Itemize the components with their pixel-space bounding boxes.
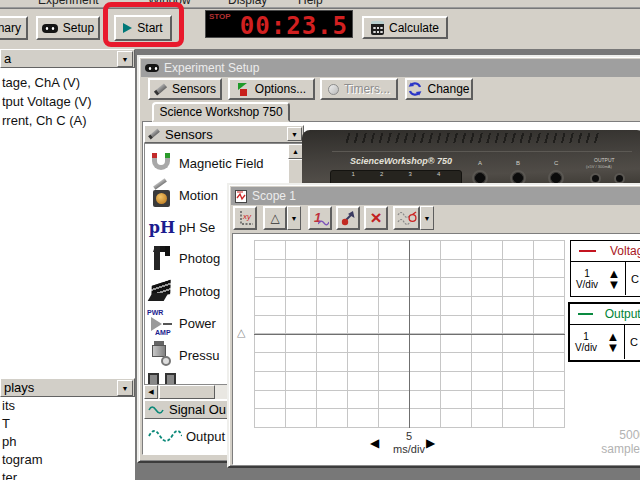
output-label: OUTPUT: [594, 157, 615, 163]
scope-window: Scope 1 xy △ ▼ 1: [227, 183, 640, 468]
channel-color-line: [579, 250, 596, 252]
scope-document-icon: [235, 190, 247, 203]
summary-panel: a ▼ tage, ChA (V) tput Voltage (V) rrent…: [0, 49, 135, 480]
refresh-arrows-icon: [408, 82, 422, 96]
channel-color-line: [578, 313, 593, 315]
scope-grid: [254, 240, 565, 428]
sensor-probe-icon: [148, 129, 160, 140]
interface-750-photo: ScienceWorkshop® 750 1 2 3 4 A B C OUTPU…: [302, 130, 640, 190]
step-down-icon[interactable]: ▼: [608, 279, 621, 290]
channel-source-partial: C: [630, 336, 638, 348]
channel-panel-output[interactable]: Output V 1V/div ▲▼ C: [568, 302, 640, 362]
samples-label: samples: [574, 442, 640, 456]
timer-display: STOP 00:23.5: [205, 10, 353, 38]
display-item-graph[interactable]: ph: [2, 434, 16, 449]
sensors-panel-header: Sensors ▼: [144, 125, 304, 143]
pressure-sensor-icon: [145, 341, 179, 369]
display-item-fft[interactable]: T: [2, 416, 10, 431]
scope-titlebar[interactable]: Scope 1: [231, 187, 640, 205]
sensor-icon: [145, 373, 179, 385]
device-brand-label: ScienceWorkshop® 750: [350, 156, 452, 166]
data-item-voltage-cha[interactable]: tage, ChA (V): [2, 75, 80, 90]
chevron-down-icon: ▼: [291, 215, 298, 222]
sampling-options-button[interactable]: [393, 206, 420, 230]
data-item-current-chc[interactable]: rrent, Ch C (A): [2, 113, 87, 128]
sensors-dropdown-button[interactable]: ▼: [287, 127, 302, 141]
port-c-label: C: [554, 160, 558, 166]
red-x-icon: ×: [370, 210, 381, 226]
trigger-dropdown-button[interactable]: ▼: [287, 206, 301, 230]
chevron-up-icon: ▲: [292, 148, 299, 155]
smart-tool-button[interactable]: [336, 206, 360, 230]
trigger-button[interactable]: △: [263, 206, 287, 230]
sensors-button[interactable]: Sensors: [148, 78, 222, 100]
vdiv-stepper[interactable]: ▲▼: [603, 268, 625, 290]
trace-one-icon: 1: [312, 210, 328, 226]
timebase-increase-button[interactable]: ▶: [426, 436, 435, 450]
xy-axes-icon: xy: [237, 210, 254, 227]
dashed-sine-icon: [144, 428, 186, 444]
chevron-down-icon: ▼: [424, 215, 431, 222]
menu-item-help[interactable]: Help: [298, 0, 323, 7]
scrollbar-thumb[interactable]: [159, 385, 215, 399]
start-button-highlight: [103, 2, 184, 47]
clock-icon: [328, 84, 339, 95]
summary-button[interactable]: nary: [0, 16, 28, 40]
display-item-digits[interactable]: its: [2, 398, 15, 413]
main-toolbar: nary Setup Start STOP 00:23.5 Calculate: [0, 9, 640, 49]
calculator-icon: [371, 21, 384, 35]
motion-sensor-icon: [145, 182, 179, 208]
sampling-dropdown-button[interactable]: ▼: [420, 206, 434, 230]
calculate-button[interactable]: Calculate: [362, 16, 448, 39]
display-item-meter[interactable]: ter: [2, 470, 17, 480]
timers-button[interactable]: Timers...: [320, 78, 398, 100]
grid-center-hline: [254, 334, 565, 335]
svg-text:xy: xy: [242, 212, 252, 221]
scroll-left-button[interactable]: ◀: [144, 385, 158, 399]
change-button[interactable]: Change: [405, 78, 473, 100]
window-title: Scope 1: [252, 189, 296, 203]
ph-icon: pH: [145, 218, 179, 237]
xy-mode-button[interactable]: xy: [233, 206, 257, 230]
channel-label: Output V: [605, 307, 640, 321]
photogate-icon: [145, 279, 179, 303]
menu-item-display[interactable]: Display: [228, 0, 267, 7]
timer-stop-label: STOP: [209, 12, 231, 21]
displays-dropdown-button[interactable]: ▼: [117, 380, 133, 396]
interface-cable-icon: [42, 24, 58, 33]
scroll-up-button[interactable]: ▲: [288, 144, 303, 159]
step-down-icon[interactable]: ▼: [607, 342, 620, 353]
sine-wave-icon: [148, 404, 165, 415]
data-list-header: a ▼: [0, 49, 135, 68]
vdiv-stepper[interactable]: ▲▼: [602, 331, 624, 353]
chevron-left-icon: ◀: [148, 388, 153, 396]
options-button[interactable]: Options...: [228, 78, 315, 100]
timebase-decrease-button[interactable]: ◀: [370, 436, 379, 450]
channel-source-partial: C: [631, 273, 639, 285]
vdiv-value: 1V/div: [571, 268, 603, 290]
samples-count: 5000: [574, 428, 640, 442]
trigger-level-marker[interactable]: △: [237, 326, 245, 339]
chevron-down-icon: ▼: [122, 56, 129, 63]
photogate-icon: [145, 244, 179, 272]
delete-display-button[interactable]: ×: [364, 206, 388, 230]
data-dropdown-button[interactable]: ▼: [117, 51, 133, 67]
menu-item-experiment[interactable]: Experiment: [38, 0, 99, 7]
menu-bar: Experiment Window Display Help: [0, 0, 640, 8]
output-spec: (±5V / 300mA): [586, 164, 612, 169]
displays-list-header: plays ▼: [0, 378, 135, 397]
tab-science-workshop-750[interactable]: Science Workshop 750: [152, 102, 290, 122]
power-amp-icon: PWR AMP: [145, 309, 179, 337]
vdiv-value: 1V/div: [570, 331, 602, 353]
magnet-icon: [145, 151, 179, 175]
smart-cursor-icon: [340, 210, 356, 226]
setup-button[interactable]: Setup: [36, 16, 100, 40]
data-item-output-voltage[interactable]: tput Voltage (V): [2, 94, 92, 109]
experiment-setup-titlebar[interactable]: Experiment Setup: [141, 59, 640, 77]
sensor-probe-icon: [154, 83, 167, 95]
channel-label: Voltage: [610, 244, 640, 258]
single-trace-button[interactable]: 1: [308, 206, 332, 230]
channel-panel-voltage[interactable]: Voltage 1V/div ▲▼ C: [570, 240, 640, 297]
display-item-histogram[interactable]: togram: [2, 452, 42, 467]
sensor-item-magnetic-field[interactable]: Magnetic Field: [145, 148, 304, 178]
